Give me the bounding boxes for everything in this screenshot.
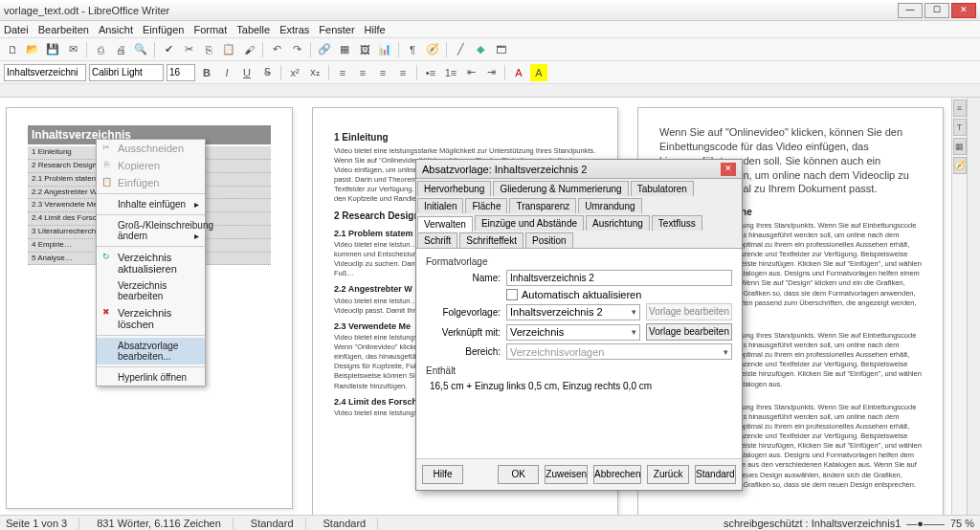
tab-position[interactable]: Position bbox=[525, 232, 573, 248]
checkbox-auto-update[interactable]: Automatisch aktualisieren bbox=[506, 289, 732, 300]
menu-tools[interactable]: Extras bbox=[279, 24, 309, 35]
line-icon[interactable]: ╱ bbox=[452, 41, 469, 58]
image-icon[interactable]: 🖼 bbox=[356, 41, 373, 58]
tab-outline[interactable]: Gliederung & Nummerierung bbox=[493, 181, 628, 196]
tab-alignment[interactable]: Ausrichtung bbox=[586, 215, 650, 231]
minimize-button[interactable]: — bbox=[898, 3, 923, 18]
indent-less-icon[interactable]: ⇤ bbox=[462, 64, 479, 81]
cut-icon[interactable]: ✂ bbox=[180, 41, 197, 58]
align-left-icon[interactable]: ≡ bbox=[334, 64, 351, 81]
menu-help[interactable]: Hilfe bbox=[365, 24, 386, 35]
table-icon[interactable]: ▦ bbox=[336, 41, 353, 58]
paragraph-style-combo[interactable] bbox=[4, 64, 86, 81]
ctx-open-hyperlink[interactable]: Hyperlink öffnen bbox=[97, 369, 205, 386]
select-next-style[interactable]: Inhaltsverzeichnis 2 bbox=[506, 304, 640, 320]
pdf-icon[interactable]: ⎙ bbox=[92, 41, 109, 58]
select-category[interactable]: Verzeichnisvorlagen bbox=[506, 343, 732, 360]
status-page[interactable]: Seite 1 von 3 bbox=[6, 518, 79, 529]
print-icon[interactable]: 🖨 bbox=[112, 41, 129, 58]
tab-dropcaps[interactable]: Initialen bbox=[417, 198, 463, 213]
sidebar-gallery-icon[interactable]: ▦ bbox=[953, 138, 967, 155]
sidebar-navigator-icon[interactable]: 🧭 bbox=[953, 157, 967, 174]
sidebar-styles-icon[interactable]: T bbox=[953, 119, 967, 136]
italic-icon[interactable]: I bbox=[218, 64, 235, 81]
email-icon[interactable]: ✉ bbox=[64, 41, 81, 58]
gallery-icon[interactable]: 🗔 bbox=[492, 41, 509, 58]
cancel-button[interactable]: Abbrechen bbox=[593, 465, 641, 484]
tab-tabs[interactable]: Tabulatoren bbox=[631, 181, 694, 196]
tab-font[interactable]: Schrift bbox=[417, 232, 457, 248]
maximize-button[interactable]: ☐ bbox=[924, 3, 949, 18]
strike-icon[interactable]: S̶ bbox=[258, 64, 276, 81]
highlight-icon[interactable]: A bbox=[530, 64, 547, 81]
close-button[interactable]: ✕ bbox=[951, 3, 976, 18]
hyperlink-icon[interactable]: 🔗 bbox=[316, 41, 333, 58]
menu-view[interactable]: Ansicht bbox=[99, 24, 133, 35]
numbering-icon[interactable]: 1≡ bbox=[442, 64, 459, 81]
dialog-close-button[interactable]: ✕ bbox=[721, 163, 736, 176]
reset-button[interactable]: Zurück bbox=[647, 465, 688, 484]
menu-insert[interactable]: Einfügen bbox=[143, 24, 184, 35]
select-linked-with[interactable]: Verzeichnis bbox=[506, 324, 640, 341]
tab-highlighting[interactable]: Hervorhebung bbox=[417, 181, 491, 196]
copy-icon[interactable]: ⎘ bbox=[200, 41, 217, 58]
align-right-icon[interactable]: ≡ bbox=[374, 64, 391, 81]
tab-fonteffect[interactable]: Schrifteffekt bbox=[459, 232, 523, 248]
menu-format[interactable]: Format bbox=[193, 24, 227, 35]
status-page-style[interactable]: Standard bbox=[251, 518, 306, 529]
tab-organizer[interactable]: Verwalten bbox=[417, 216, 473, 232]
sidebar-properties-icon[interactable]: ≡ bbox=[953, 99, 967, 117]
underline-icon[interactable]: U bbox=[238, 64, 256, 81]
ctx-change-case[interactable]: Groß-/Kleinschreibung ändern bbox=[97, 217, 205, 244]
menu-file[interactable]: Datei bbox=[4, 24, 29, 35]
tab-area[interactable]: Fläche bbox=[465, 198, 507, 213]
input-name[interactable] bbox=[506, 270, 732, 286]
ctx-update-index[interactable]: ↻Verzeichnis aktualisieren bbox=[97, 249, 205, 277]
vertical-scrollbar[interactable] bbox=[967, 98, 980, 515]
align-center-icon[interactable]: ≡ bbox=[354, 64, 371, 81]
undo-icon[interactable]: ↶ bbox=[268, 41, 285, 58]
navigator-icon[interactable]: 🧭 bbox=[424, 41, 441, 58]
menu-window[interactable]: Fenster bbox=[319, 24, 354, 35]
tab-indents[interactable]: Einzüge und Abstände bbox=[475, 215, 584, 231]
superscript-icon[interactable]: x² bbox=[286, 64, 303, 81]
redo-icon[interactable]: ↷ bbox=[288, 41, 305, 58]
save-icon[interactable]: 💾 bbox=[44, 41, 61, 58]
ctx-delete-index[interactable]: ✖Verzeichnis löschen bbox=[97, 304, 205, 333]
tab-borders[interactable]: Umrandung bbox=[578, 198, 641, 213]
font-size-combo[interactable] bbox=[167, 64, 195, 81]
bold-icon[interactable]: B bbox=[198, 64, 215, 81]
menu-table[interactable]: Tabelle bbox=[236, 24, 270, 35]
status-word-count[interactable]: 831 Wörter, 6.116 Zeichen bbox=[97, 518, 234, 529]
bullets-icon[interactable]: •≡ bbox=[422, 64, 439, 81]
menu-edit[interactable]: Bearbeiten bbox=[38, 24, 89, 35]
ctx-edit-paragraph-style[interactable]: Absatzvorlage bearbeiten... bbox=[97, 338, 205, 364]
edit-style-button-1[interactable]: Vorlage bearbeiten bbox=[646, 303, 732, 320]
tab-textflow[interactable]: Textfluss bbox=[652, 215, 702, 231]
nonprinting-icon[interactable]: ¶ bbox=[404, 41, 421, 58]
font-color-icon[interactable]: A bbox=[510, 64, 527, 81]
indent-more-icon[interactable]: ⇥ bbox=[482, 64, 500, 81]
edit-style-button-2[interactable]: Vorlage bearbeiten bbox=[646, 323, 732, 341]
help-button[interactable]: Hilfe bbox=[422, 465, 463, 484]
ctx-edit-index[interactable]: Verzeichnis bearbeiten bbox=[97, 277, 205, 304]
chart-icon[interactable]: 📊 bbox=[376, 41, 393, 58]
open-icon[interactable]: 📂 bbox=[24, 41, 41, 58]
zoom-slider[interactable]: —●—— bbox=[906, 518, 945, 529]
new-icon[interactable]: 🗋 bbox=[4, 41, 21, 58]
subscript-icon[interactable]: x₂ bbox=[306, 64, 323, 81]
tab-transparency[interactable]: Transparenz bbox=[509, 198, 576, 213]
apply-button[interactable]: Zuweisen bbox=[545, 465, 588, 484]
zoom-value[interactable]: 75 % bbox=[950, 518, 974, 529]
spellcheck-icon[interactable]: ✔ bbox=[160, 41, 177, 58]
preview-icon[interactable]: 🔍 bbox=[132, 41, 149, 58]
align-justify-icon[interactable]: ≡ bbox=[394, 64, 412, 81]
status-language[interactable]: Standard bbox=[323, 518, 379, 529]
ctx-paste-special[interactable]: Inhalte einfügen bbox=[97, 196, 205, 212]
font-name-combo[interactable] bbox=[89, 64, 164, 81]
shapes-icon[interactable]: ◆ bbox=[472, 41, 489, 58]
ok-button[interactable]: OK bbox=[498, 465, 539, 484]
format-paint-icon[interactable]: 🖌 bbox=[240, 41, 257, 58]
standard-button[interactable]: Standard bbox=[695, 465, 736, 484]
paste-icon[interactable]: 📋 bbox=[220, 41, 237, 58]
